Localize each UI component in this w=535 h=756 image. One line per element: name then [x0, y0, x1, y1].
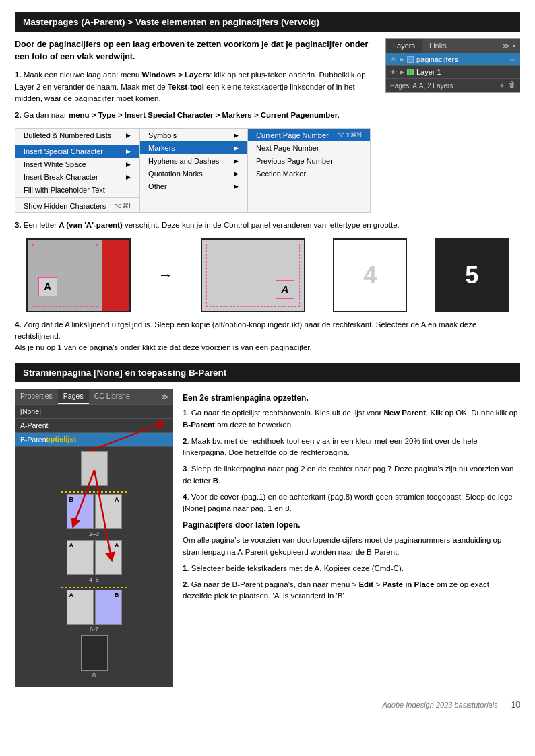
layer-eye-icon: 👁: [390, 56, 397, 63]
layers-panel: Layers Links ≫ ▪ 👁 ▶ paginacijfers ✏ 👁 ▶…: [385, 38, 520, 93]
new-layer-icon[interactable]: ＋: [499, 81, 505, 90]
submenu-arrow2: ▶: [126, 148, 131, 155]
layer-eye-icon2: 👁: [390, 69, 397, 76]
menu-item-prev-page[interactable]: Previous Page Number: [248, 154, 370, 167]
s2-step2: 2. Maak bv. met de rechthoek-tool een vl…: [183, 436, 520, 459]
menu-item-insert-white[interactable]: Insert White Space ▶: [15, 158, 139, 170]
menu-item-symbols[interactable]: Symbols ▶: [140, 129, 247, 141]
tab-properties[interactable]: Properties: [15, 389, 58, 404]
step2-text: 2. Ga dan naar menu > Type > Insert Spec…: [15, 110, 520, 121]
panel-options-icon[interactable]: ≫: [161, 392, 169, 401]
illus-page1: A: [26, 238, 131, 312]
letter-a-right: A: [276, 280, 294, 299]
tab-cc-librarie[interactable]: CC Librarie: [89, 389, 135, 404]
page-letter-b2: B: [115, 592, 119, 598]
pair-23-label: 2–3: [89, 530, 99, 537]
page-pair-45: A A 4–5: [67, 540, 122, 583]
section2-header: Stramienpagina [None] en toepassing B-Pa…: [15, 363, 520, 382]
s2-step3: 3. Sleep de linkerpagina naar pag.2 en d…: [183, 463, 520, 487]
pages-grid: B A 2–3 A A 4–5: [15, 447, 173, 683]
panel-close-icon[interactable]: ▪: [513, 42, 515, 50]
links-tab-label: Links: [429, 42, 447, 50]
pair-67-label: 6-7: [90, 626, 98, 633]
footer-text: Adobe Indesign 2023 basistutorials: [382, 701, 497, 709]
submenu-arrow4: ▶: [126, 174, 131, 180]
delete-layer-icon[interactable]: 🗑: [509, 81, 515, 90]
menu-item-quotes[interactable]: Quotation Marks ▶: [140, 167, 247, 180]
tab-pages[interactable]: Pages: [58, 389, 89, 404]
letter-a-left: A: [38, 277, 57, 296]
layers-tab-label: Layers: [393, 42, 415, 50]
section1-header-text: Masterpages (A-Parent) > Vaste elementen…: [23, 17, 319, 27]
menu-screenshot: Bulleted & Numbered Lists ▶ Insert Speci…: [15, 128, 520, 213]
page-8-num: 8: [92, 672, 96, 679]
illus-page3: 4: [333, 238, 407, 312]
illustration-row: A → A 4 5: [15, 238, 520, 312]
page-letter-a4: A: [69, 592, 74, 598]
footer-right: Adobe Indesign 2023 basistutorials 10: [382, 700, 520, 710]
layer-expand-icon: ▶: [400, 56, 404, 63]
submenu-arrow8: ▶: [234, 170, 239, 177]
menu-item-markers[interactable]: Markers ▶: [140, 141, 247, 154]
layers-panel-footer: Pages: A,A, 2 Layers ＋ 🗑: [386, 79, 520, 92]
mini-page-cover: [81, 451, 108, 486]
optielijst-label: optielijst: [46, 435, 76, 443]
panel-row-bparent[interactable]: B-Parent: [15, 433, 173, 447]
mini-page-7: B: [95, 590, 122, 625]
layer-row-layer1[interactable]: 👁 ▶ Layer 1: [386, 66, 520, 79]
pages-panel: Properties Pages CC Librarie ≫ [None] A-…: [15, 389, 173, 687]
aparent-label: A-Parent: [20, 421, 48, 429]
shortcut-hidden: ⌥⌘I: [114, 202, 131, 209]
submenu-arrow: ▶: [126, 132, 131, 139]
handle-tl: [32, 244, 34, 246]
menu-item-fill[interactable]: Fill with Placeholder Text: [15, 183, 139, 196]
panel-menu-icon[interactable]: ≫: [502, 42, 510, 50]
menu-item-show-hidden[interactable]: Show Hidden Characters ⌥⌘I: [15, 199, 139, 212]
menu-item-insert-break[interactable]: Insert Break Character ▶: [15, 170, 139, 183]
menu-item-insert-special[interactable]: Insert Special Character ▶: [15, 145, 139, 158]
layer-row-paginacijfers[interactable]: 👁 ▶ paginacijfers ✏: [386, 53, 520, 66]
mini-page-2: B: [67, 494, 94, 529]
layer-edit-icon: ✏: [510, 56, 515, 63]
menu-item-section-marker[interactable]: Section Marker: [248, 167, 370, 180]
step3-arrow: →: [158, 267, 173, 284]
menu-item-bulleted[interactable]: Bulleted & Numbered Lists ▶: [15, 129, 139, 141]
shortcut-current: ⌥⇧⌘N: [337, 131, 362, 139]
intro-text-content: Door de paginacijfers op een laag erbove…: [15, 40, 368, 61]
menu-divider2: [15, 197, 139, 198]
section2-right-text: Een 2e stramienpagina opzetten. 1. Ga na…: [183, 389, 520, 687]
links-tab[interactable]: Links: [422, 39, 453, 53]
layers-tab[interactable]: Layers: [386, 39, 422, 53]
layer-name-layer1: Layer 1: [416, 68, 515, 76]
paginacijfers-text: Om alle pagina's te voorzien van doorlop…: [183, 535, 520, 558]
layer-color: [407, 56, 414, 63]
menu-item-next-page[interactable]: Next Page Number: [248, 141, 370, 154]
paginacijfers-sub2: 2. Ga naar de B-Parent pagina's, dan naa…: [183, 579, 520, 603]
page-border: [32, 244, 98, 307]
section2-title: Een 2e stramienpagina opzetten.: [183, 392, 520, 404]
section2-content: Properties Pages CC Librarie ≫ [None] A-…: [15, 389, 520, 687]
menu-col1: Bulleted & Numbered Lists ▶ Insert Speci…: [15, 128, 139, 213]
bparent-label: B-Parent: [20, 436, 48, 444]
mini-page-4: A: [67, 540, 94, 575]
panel-row-none[interactable]: [None]: [15, 405, 173, 419]
page-single-8: 8: [81, 635, 108, 679]
paginacijfers-title: Paginacijfers door laten lopen.: [183, 519, 520, 531]
none-label: [None]: [20, 407, 41, 415]
panel-header: Properties Pages CC Librarie ≫: [15, 389, 173, 405]
layer-footer-icons: ＋ 🗑: [499, 81, 515, 90]
menu-item-hyphens[interactable]: Hyphens and Dashes ▶: [140, 154, 247, 167]
page-single-1: [81, 451, 108, 487]
menu-item-current-page[interactable]: Current Page Number ⌥⇧⌘N: [248, 129, 370, 141]
layers-panel-icons: ≫ ▪: [502, 39, 520, 53]
pair-45-pages: A A: [67, 540, 122, 575]
section1-header: Masterpages (A-Parent) > Vaste elementen…: [15, 12, 520, 32]
footer: Adobe Indesign 2023 basistutorials 10: [15, 700, 520, 710]
menu-item-other[interactable]: Other ▶: [140, 180, 247, 193]
mini-page-6: A: [67, 590, 94, 625]
page-letter-a3: A: [115, 542, 119, 549]
submenu-arrow6: ▶: [234, 145, 239, 151]
panel-row-aparent[interactable]: A-Parent: [15, 419, 173, 433]
page-letter-b: B: [69, 496, 74, 503]
submenu-arrow9: ▶: [234, 183, 239, 190]
